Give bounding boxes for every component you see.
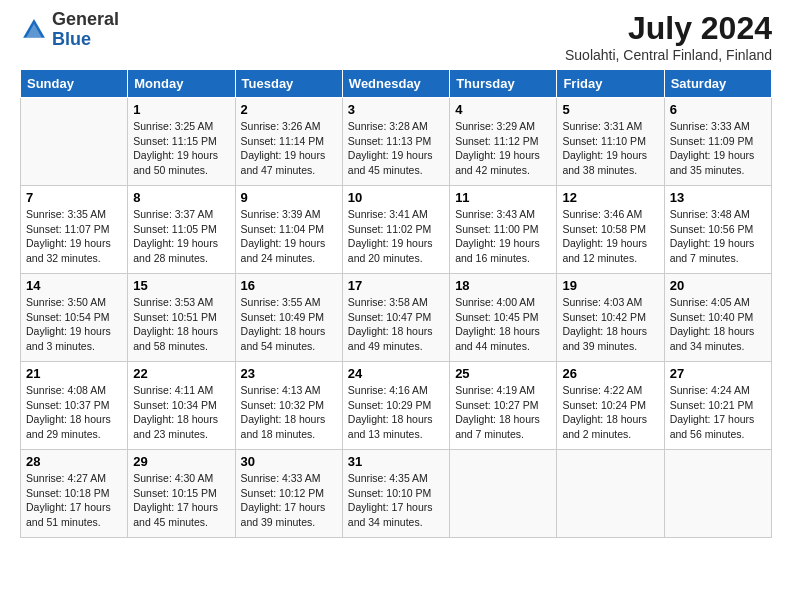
day-number: 2 bbox=[241, 102, 337, 117]
calendar-cell: 24Sunrise: 4:16 AMSunset: 10:29 PMDaylig… bbox=[342, 362, 449, 450]
calendar-cell bbox=[664, 450, 771, 538]
day-info: Sunrise: 3:37 AMSunset: 11:05 PMDaylight… bbox=[133, 207, 229, 266]
day-number: 7 bbox=[26, 190, 122, 205]
day-number: 1 bbox=[133, 102, 229, 117]
calendar-cell: 29Sunrise: 4:30 AMSunset: 10:15 PMDaylig… bbox=[128, 450, 235, 538]
header-day-tuesday: Tuesday bbox=[235, 70, 342, 98]
day-info: Sunrise: 3:25 AMSunset: 11:15 PMDaylight… bbox=[133, 119, 229, 178]
calendar-cell: 5Sunrise: 3:31 AMSunset: 11:10 PMDayligh… bbox=[557, 98, 664, 186]
day-info: Sunrise: 4:16 AMSunset: 10:29 PMDaylight… bbox=[348, 383, 444, 442]
day-info: Sunrise: 4:03 AMSunset: 10:42 PMDaylight… bbox=[562, 295, 658, 354]
header-day-monday: Monday bbox=[128, 70, 235, 98]
calendar-table: SundayMondayTuesdayWednesdayThursdayFrid… bbox=[20, 69, 772, 538]
day-number: 25 bbox=[455, 366, 551, 381]
day-info: Sunrise: 4:08 AMSunset: 10:37 PMDaylight… bbox=[26, 383, 122, 442]
calendar-cell: 4Sunrise: 3:29 AMSunset: 11:12 PMDayligh… bbox=[450, 98, 557, 186]
day-info: Sunrise: 4:05 AMSunset: 10:40 PMDaylight… bbox=[670, 295, 766, 354]
calendar-cell: 12Sunrise: 3:46 AMSunset: 10:58 PMDaylig… bbox=[557, 186, 664, 274]
day-info: Sunrise: 4:24 AMSunset: 10:21 PMDaylight… bbox=[670, 383, 766, 442]
calendar-cell bbox=[21, 98, 128, 186]
logo-blue-text: Blue bbox=[52, 29, 91, 49]
day-info: Sunrise: 3:39 AMSunset: 11:04 PMDaylight… bbox=[241, 207, 337, 266]
day-number: 27 bbox=[670, 366, 766, 381]
location-subtitle: Suolahti, Central Finland, Finland bbox=[565, 47, 772, 63]
day-info: Sunrise: 3:28 AMSunset: 11:13 PMDaylight… bbox=[348, 119, 444, 178]
logo-general-text: General bbox=[52, 9, 119, 29]
day-info: Sunrise: 3:31 AMSunset: 11:10 PMDaylight… bbox=[562, 119, 658, 178]
month-year-title: July 2024 bbox=[565, 10, 772, 47]
day-number: 8 bbox=[133, 190, 229, 205]
calendar-cell: 13Sunrise: 3:48 AMSunset: 10:56 PMDaylig… bbox=[664, 186, 771, 274]
day-info: Sunrise: 3:46 AMSunset: 10:58 PMDaylight… bbox=[562, 207, 658, 266]
calendar-week-5: 28Sunrise: 4:27 AMSunset: 10:18 PMDaylig… bbox=[21, 450, 772, 538]
day-number: 24 bbox=[348, 366, 444, 381]
day-info: Sunrise: 3:48 AMSunset: 10:56 PMDaylight… bbox=[670, 207, 766, 266]
day-number: 18 bbox=[455, 278, 551, 293]
day-number: 16 bbox=[241, 278, 337, 293]
day-number: 13 bbox=[670, 190, 766, 205]
calendar-cell: 11Sunrise: 3:43 AMSunset: 11:00 PMDaylig… bbox=[450, 186, 557, 274]
calendar-cell: 31Sunrise: 4:35 AMSunset: 10:10 PMDaylig… bbox=[342, 450, 449, 538]
calendar-week-4: 21Sunrise: 4:08 AMSunset: 10:37 PMDaylig… bbox=[21, 362, 772, 450]
day-info: Sunrise: 3:33 AMSunset: 11:09 PMDaylight… bbox=[670, 119, 766, 178]
calendar-body: 1Sunrise: 3:25 AMSunset: 11:15 PMDayligh… bbox=[21, 98, 772, 538]
calendar-cell: 18Sunrise: 4:00 AMSunset: 10:45 PMDaylig… bbox=[450, 274, 557, 362]
day-number: 14 bbox=[26, 278, 122, 293]
calendar-cell: 15Sunrise: 3:53 AMSunset: 10:51 PMDaylig… bbox=[128, 274, 235, 362]
calendar-cell: 30Sunrise: 4:33 AMSunset: 10:12 PMDaylig… bbox=[235, 450, 342, 538]
day-number: 23 bbox=[241, 366, 337, 381]
day-info: Sunrise: 3:58 AMSunset: 10:47 PMDaylight… bbox=[348, 295, 444, 354]
calendar-cell: 27Sunrise: 4:24 AMSunset: 10:21 PMDaylig… bbox=[664, 362, 771, 450]
logo: General Blue bbox=[20, 10, 119, 50]
calendar-header: SundayMondayTuesdayWednesdayThursdayFrid… bbox=[21, 70, 772, 98]
calendar-cell: 19Sunrise: 4:03 AMSunset: 10:42 PMDaylig… bbox=[557, 274, 664, 362]
calendar-cell: 7Sunrise: 3:35 AMSunset: 11:07 PMDayligh… bbox=[21, 186, 128, 274]
calendar-cell: 21Sunrise: 4:08 AMSunset: 10:37 PMDaylig… bbox=[21, 362, 128, 450]
day-number: 22 bbox=[133, 366, 229, 381]
day-number: 19 bbox=[562, 278, 658, 293]
day-number: 4 bbox=[455, 102, 551, 117]
header-day-wednesday: Wednesday bbox=[342, 70, 449, 98]
day-info: Sunrise: 4:30 AMSunset: 10:15 PMDaylight… bbox=[133, 471, 229, 530]
day-number: 28 bbox=[26, 454, 122, 469]
day-number: 20 bbox=[670, 278, 766, 293]
calendar-cell: 1Sunrise: 3:25 AMSunset: 11:15 PMDayligh… bbox=[128, 98, 235, 186]
day-number: 15 bbox=[133, 278, 229, 293]
calendar-cell: 20Sunrise: 4:05 AMSunset: 10:40 PMDaylig… bbox=[664, 274, 771, 362]
calendar-cell: 2Sunrise: 3:26 AMSunset: 11:14 PMDayligh… bbox=[235, 98, 342, 186]
calendar-cell: 10Sunrise: 3:41 AMSunset: 11:02 PMDaylig… bbox=[342, 186, 449, 274]
calendar-cell: 14Sunrise: 3:50 AMSunset: 10:54 PMDaylig… bbox=[21, 274, 128, 362]
calendar-week-1: 1Sunrise: 3:25 AMSunset: 11:15 PMDayligh… bbox=[21, 98, 772, 186]
title-block: July 2024 Suolahti, Central Finland, Fin… bbox=[565, 10, 772, 63]
header-day-friday: Friday bbox=[557, 70, 664, 98]
day-info: Sunrise: 3:53 AMSunset: 10:51 PMDaylight… bbox=[133, 295, 229, 354]
day-number: 10 bbox=[348, 190, 444, 205]
day-info: Sunrise: 3:29 AMSunset: 11:12 PMDaylight… bbox=[455, 119, 551, 178]
day-number: 29 bbox=[133, 454, 229, 469]
calendar-cell: 25Sunrise: 4:19 AMSunset: 10:27 PMDaylig… bbox=[450, 362, 557, 450]
day-info: Sunrise: 3:35 AMSunset: 11:07 PMDaylight… bbox=[26, 207, 122, 266]
calendar-cell bbox=[557, 450, 664, 538]
day-number: 3 bbox=[348, 102, 444, 117]
day-info: Sunrise: 4:13 AMSunset: 10:32 PMDaylight… bbox=[241, 383, 337, 442]
day-number: 5 bbox=[562, 102, 658, 117]
logo-icon bbox=[20, 16, 48, 44]
day-info: Sunrise: 3:43 AMSunset: 11:00 PMDaylight… bbox=[455, 207, 551, 266]
day-info: Sunrise: 3:55 AMSunset: 10:49 PMDaylight… bbox=[241, 295, 337, 354]
day-number: 17 bbox=[348, 278, 444, 293]
day-number: 11 bbox=[455, 190, 551, 205]
day-number: 31 bbox=[348, 454, 444, 469]
calendar-week-2: 7Sunrise: 3:35 AMSunset: 11:07 PMDayligh… bbox=[21, 186, 772, 274]
day-info: Sunrise: 4:27 AMSunset: 10:18 PMDaylight… bbox=[26, 471, 122, 530]
day-number: 12 bbox=[562, 190, 658, 205]
day-number: 6 bbox=[670, 102, 766, 117]
day-info: Sunrise: 3:26 AMSunset: 11:14 PMDaylight… bbox=[241, 119, 337, 178]
header-row: SundayMondayTuesdayWednesdayThursdayFrid… bbox=[21, 70, 772, 98]
day-number: 9 bbox=[241, 190, 337, 205]
header-day-thursday: Thursday bbox=[450, 70, 557, 98]
calendar-cell: 17Sunrise: 3:58 AMSunset: 10:47 PMDaylig… bbox=[342, 274, 449, 362]
calendar-cell: 6Sunrise: 3:33 AMSunset: 11:09 PMDayligh… bbox=[664, 98, 771, 186]
day-info: Sunrise: 4:22 AMSunset: 10:24 PMDaylight… bbox=[562, 383, 658, 442]
calendar-cell: 23Sunrise: 4:13 AMSunset: 10:32 PMDaylig… bbox=[235, 362, 342, 450]
header-day-saturday: Saturday bbox=[664, 70, 771, 98]
